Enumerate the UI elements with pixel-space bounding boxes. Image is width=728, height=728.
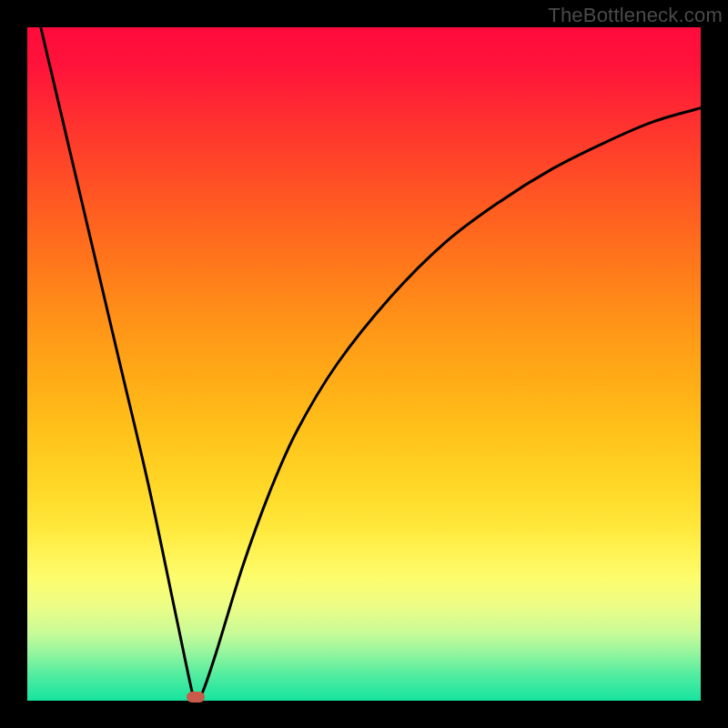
- chart-frame: TheBottleneck.com: [0, 0, 728, 728]
- plot-area: [27, 27, 701, 701]
- watermark-text: TheBottleneck.com: [548, 4, 723, 27]
